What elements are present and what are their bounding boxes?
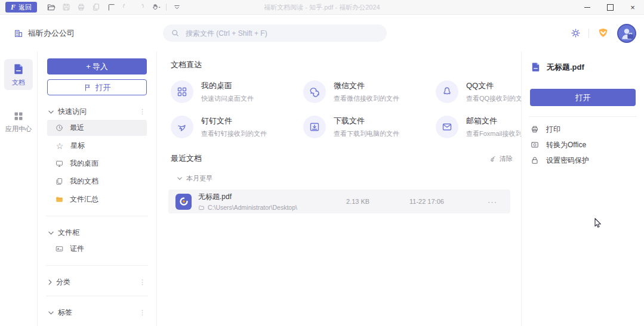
sidebar-item-my-documents[interactable]: 我的文档 <box>47 173 147 190</box>
search-input[interactable] <box>184 29 379 38</box>
page-remove-icon[interactable] <box>106 2 116 12</box>
sidebar-item-label: 我的桌面 <box>70 159 98 169</box>
panel-action-convert-office[interactable]: 转换为Office <box>530 137 636 153</box>
rail-item-label: 文档 <box>12 78 25 87</box>
open-folder-icon[interactable] <box>47 2 56 12</box>
broom-icon <box>489 155 497 163</box>
hand-tool-icon[interactable] <box>151 2 161 12</box>
card-download-files[interactable]: 下载文件 查看下载到电脑的文件 <box>303 116 436 138</box>
flag-icon <box>84 83 92 92</box>
sidebar-item-starred[interactable]: ☆ 星标 <box>47 138 147 154</box>
panel-action-print[interactable]: 打印 <box>530 122 636 137</box>
print-icon[interactable] <box>76 2 86 12</box>
sidebar: + 导入 打开 快速访问 ⋮ 最近 ☆ 星标 <box>38 51 157 326</box>
sidebar-item-my-desktop[interactable]: 我的桌面 <box>47 156 147 172</box>
left-rail: 文档 应用中心 <box>0 51 38 326</box>
card-desc: 快速访问桌面文件 <box>201 94 254 103</box>
sidebar-item-recent[interactable]: 最近 <box>47 120 147 136</box>
recent-file-row[interactable]: 无标题.pdf C:\Users\Administrator\Desktop\ … <box>168 190 510 213</box>
sidebar-divider <box>46 296 148 296</box>
panel-action-password-protect[interactable]: 设置密码保护 <box>530 153 636 168</box>
sidebar-divider <box>46 265 148 266</box>
section-category[interactable]: 分类 ⋮ <box>48 277 146 287</box>
import-button[interactable]: + 导入 <box>47 58 147 74</box>
section-quick-access[interactable]: 快速访问 ⋮ <box>48 107 146 117</box>
card-qq-files[interactable]: QQ文件 查看QQ接收到的文件 <box>436 80 521 103</box>
back-button[interactable]: F 返回 <box>5 2 37 13</box>
direct-access-title: 文档直达 <box>171 60 521 70</box>
foxit-logo: F <box>11 3 16 12</box>
open-button[interactable]: 打开 <box>47 79 147 95</box>
header-actions <box>570 15 636 51</box>
rail-item-app-center[interactable]: 应用中心 <box>4 107 33 136</box>
folder-summary-icon <box>55 195 64 204</box>
kebab-menu-icon[interactable]: ⋮ <box>139 108 146 115</box>
card-wechat-files[interactable]: 微信文件 查看微信接收到的文件 <box>303 80 436 103</box>
sidebar-item-label: 最近 <box>70 123 84 133</box>
undo-icon[interactable] <box>121 2 131 12</box>
wechat-icon <box>303 80 326 103</box>
apps-grid-icon <box>13 110 24 122</box>
panel-action-label: 打印 <box>546 125 560 135</box>
panel-file-name: 无标题.pdf <box>547 62 584 73</box>
desktop-icon <box>55 159 64 168</box>
file-path-row: C:\Users\Administrator\Desktop\ <box>198 204 340 211</box>
section-tags[interactable]: 标签 ⋮ <box>48 308 146 318</box>
kebab-menu-icon[interactable]: ⋮ <box>139 309 146 316</box>
collapse-toolbar-icon[interactable] <box>172 2 181 12</box>
settings-gear-icon[interactable] <box>570 27 581 39</box>
rail-item-documents[interactable]: 文档 <box>4 59 33 90</box>
qq-icon <box>436 80 458 103</box>
header: 福昕办公公司 <box>0 15 644 51</box>
user-avatar[interactable] <box>617 24 636 43</box>
maximize-button[interactable] <box>599 0 621 14</box>
sidebar-item-file-summary[interactable]: 文件汇总 <box>47 191 147 207</box>
sidebar-item-credentials[interactable]: 证件 <box>47 241 147 257</box>
open-button-label: 打开 <box>95 82 111 93</box>
panel-open-button[interactable]: 打开 <box>530 89 636 106</box>
file-path: C:\Users\Administrator\Desktop\ <box>208 204 297 211</box>
close-button[interactable]: × <box>621 0 644 14</box>
company-name: 福昕办公公司 <box>28 28 75 39</box>
my-documents-icon <box>55 177 64 186</box>
sidebar-divider <box>46 216 148 216</box>
avatar-person-icon <box>618 25 635 42</box>
chevron-down-icon <box>177 177 182 180</box>
sidebar-item-label: 我的文档 <box>70 176 98 187</box>
recent-documents-header: 最近文档 清除 <box>171 153 513 164</box>
search-icon <box>171 29 180 38</box>
minimize-button[interactable] <box>576 0 599 14</box>
redo-icon[interactable] <box>136 2 146 12</box>
toolbar-separator <box>166 4 167 11</box>
company-switcher[interactable]: 福昕办公公司 <box>13 28 75 39</box>
chevron-down-icon <box>48 231 54 235</box>
window-controls: × <box>576 0 644 14</box>
mail-icon <box>436 116 458 138</box>
duplicate-page-icon[interactable] <box>91 2 101 12</box>
card-desc: 查看QQ接收到的文件 <box>466 94 521 103</box>
panel-divider <box>529 116 637 117</box>
vip-badge-icon[interactable] <box>596 27 610 40</box>
star-icon: ☆ <box>55 142 64 150</box>
card-my-desktop[interactable]: 我的桌面 快速访问桌面文件 <box>171 80 303 103</box>
card-desc: 查看Foxmail接收到的文件 <box>466 129 521 138</box>
recent-documents-title: 最近文档 <box>171 153 202 164</box>
minimize-icon <box>584 7 590 8</box>
panel-action-label: 转换为Office <box>546 140 586 150</box>
clear-recent-button[interactable]: 清除 <box>489 154 513 163</box>
maximize-icon <box>607 4 614 11</box>
download-icon <box>303 116 326 138</box>
save-icon[interactable] <box>61 2 71 12</box>
card-dingtalk-files[interactable]: 钉钉文件 查看钉钉接收到的文件 <box>171 116 303 138</box>
card-mail-files[interactable]: 邮箱文件 查看Foxmail接收到的文件 <box>436 116 521 138</box>
more-icon[interactable]: ··· <box>482 197 503 206</box>
kebab-menu-icon[interactable]: ⋮ <box>139 279 146 285</box>
section-file-cabinet[interactable]: 文件柜 <box>48 228 146 238</box>
card-desc: 查看下载到电脑的文件 <box>334 129 399 138</box>
sidebar-item-label: 证件 <box>70 244 84 254</box>
folder-icon <box>198 204 205 211</box>
search-bar[interactable] <box>163 24 387 42</box>
convert-icon <box>530 140 540 150</box>
recent-group-earlier-this-month[interactable]: 本月更早 <box>171 174 521 183</box>
card-desc: 查看钉钉接收到的文件 <box>201 129 267 138</box>
